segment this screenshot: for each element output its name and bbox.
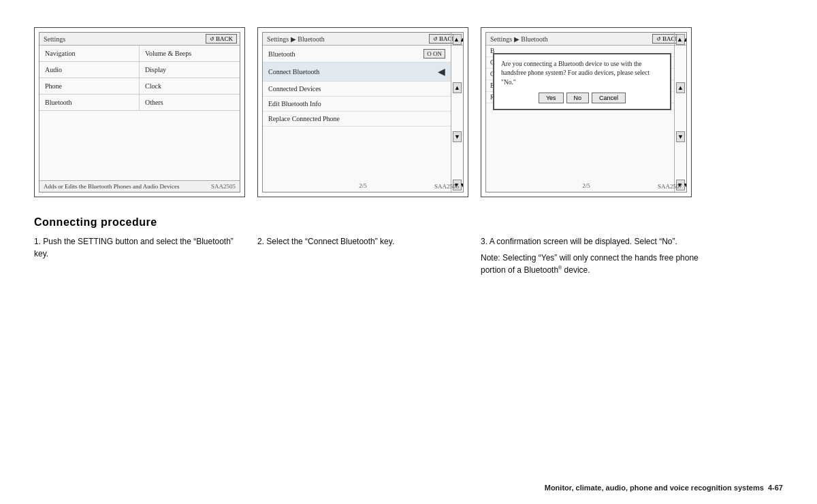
footer-page: 4-67 <box>768 484 783 492</box>
bt-item-connect[interactable]: Connect Bluetooth ◀ <box>263 63 451 82</box>
on-badge: O ON <box>423 49 445 58</box>
bt-item-bluetooth[interactable]: Bluetooth O ON <box>263 46 451 63</box>
step3-text: A confirmation screen will be displayed.… <box>490 237 677 246</box>
footer-text: Monitor, climate, audio, phone and voice… <box>545 484 764 492</box>
step3-num: 3. <box>481 237 487 246</box>
screen3-scroll-down-btn[interactable]: ▼ <box>676 131 685 142</box>
screen3-code: SAA2507 <box>658 183 682 190</box>
screen3-back-arrow-icon: ↺ <box>656 36 661 42</box>
bt-list: Bluetooth O ON Connect Bluetooth ◀ Conne… <box>263 46 451 127</box>
screen2-inner: Settings ▶ Bluetooth ↺ BACK Bluetooth O … <box>262 32 464 192</box>
cell-navigation[interactable]: Navigation <box>39 46 140 62</box>
step3: 3. A confirmation screen will be display… <box>481 235 722 248</box>
bt-item-replace-phone[interactable]: Replace Connected Phone <box>263 112 451 127</box>
screen1-back-btn[interactable]: ↺ BACK <box>206 34 237 44</box>
cell-audio[interactable]: Audio <box>39 62 140 78</box>
step2: 2. Select the “Connect Bluetooth” key. <box>257 235 468 248</box>
screen3-inner: Settings ▶ Bluetooth ↺ BACK B C C E R <box>485 32 687 192</box>
screen2-back-arrow-icon: ↺ <box>433 36 438 42</box>
bt-item-edit-info-label: Edit Bluetooth Info <box>268 100 321 107</box>
screen3-scroll-top-btn[interactable]: ▲▲ <box>676 34 685 45</box>
dialog-cancel-btn[interactable]: Cancel <box>592 93 626 103</box>
screen3-path: Settings ▶ Bluetooth <box>490 35 548 43</box>
note-text: Note: Selecting “Yes” will only connect … <box>481 252 722 276</box>
settings-grid: Navigation Volume & Beeps Audio Display … <box>39 46 240 111</box>
note-label: Note: <box>481 253 500 263</box>
screen1-back-label: BACK <box>216 35 233 42</box>
dialog-buttons: Yes No Cancel <box>501 93 663 103</box>
page-footer: Monitor, climate, audio, phone and voice… <box>545 484 783 492</box>
screen2-list-area: Bluetooth O ON Connect Bluetooth ◀ Conne… <box>263 46 451 127</box>
step2-num: 2. <box>257 237 264 246</box>
note-end: device. <box>562 265 590 275</box>
bt-item-edit-info[interactable]: Edit Bluetooth Info <box>263 97 451 112</box>
bt-item-bluetooth-label: Bluetooth <box>268 50 295 58</box>
cell-others[interactable]: Others <box>140 95 240 111</box>
screen1-wrapper: Settings ↺ BACK Navigation Volume & Beep… <box>34 27 245 197</box>
screens-row: Settings ↺ BACK Navigation Volume & Beep… <box>34 27 783 197</box>
scroll-top-btn[interactable]: ▲▲ <box>453 34 462 45</box>
screen1-header: Settings ↺ BACK <box>39 33 240 46</box>
screen3-scroll-up-btn[interactable]: ▲ <box>676 82 685 93</box>
screen3-page-num: 2/5 <box>582 182 590 189</box>
bt-item-replace-phone-label: Replace Connected Phone <box>268 115 340 122</box>
cell-phone[interactable]: Phone <box>39 78 140 95</box>
screen2-code: SAA2506 <box>434 183 459 190</box>
screen1-code: SAA2505 <box>211 183 236 190</box>
step1-text: Push the SETTING button and select the “… <box>34 237 234 258</box>
screen3-wrapper: Settings ▶ Bluetooth ↺ BACK B C C E R <box>481 27 692 197</box>
screen2-page-num: 2/5 <box>359 182 367 189</box>
scroll-up-btn[interactable]: ▲ <box>453 82 462 93</box>
cell-display[interactable]: Display <box>140 62 240 78</box>
screen3-header: Settings ▶ Bluetooth ↺ BACK <box>486 33 686 46</box>
section-title: Connecting procedure <box>34 216 245 229</box>
text-section: Connecting procedure 1. Push the SETTING… <box>34 216 783 276</box>
screen3-scroll-controls: ▲▲ ▲ ▼ ▼▼ <box>674 33 686 192</box>
screen2-path: Settings ▶ Bluetooth <box>267 35 325 43</box>
screen2-header: Settings ▶ Bluetooth ↺ BACK <box>263 33 463 46</box>
bt-item-connected-devices-label: Connected Devices <box>268 85 321 93</box>
confirmation-dialog: Are you connecting a Bluetooth device to… <box>493 53 671 110</box>
cell-bluetooth[interactable]: Bluetooth <box>39 95 140 111</box>
col2: 2. Select the “Connect Bluetooth” key. <box>257 216 468 276</box>
col3: 3. A confirmation screen will be display… <box>481 216 722 276</box>
screen1-back-arrow-icon: ↺ <box>210 36 214 42</box>
screen1-footer: Adds or Edits the Bluetooth Phones and A… <box>39 180 240 192</box>
screen1-footer-text: Adds or Edits the Bluetooth Phones and A… <box>44 183 179 190</box>
dialog-yes-btn[interactable]: Yes <box>539 93 564 103</box>
dialog-text: Are you connecting a Bluetooth device to… <box>501 60 663 87</box>
step1-num: 1. <box>34 237 41 246</box>
bt-item-connected-devices[interactable]: Connected Devices <box>263 82 451 97</box>
step2-text: Select the “Connect Bluetooth” key. <box>266 237 394 246</box>
step1: 1. Push the SETTING button and select th… <box>34 235 245 260</box>
cell-volume[interactable]: Volume & Beeps <box>140 46 240 62</box>
bt-item-connect-label: Connect Bluetooth <box>268 68 319 75</box>
cell-clock[interactable]: Clock <box>140 78 240 95</box>
screen1-inner: Settings ↺ BACK Navigation Volume & Beep… <box>39 32 240 192</box>
screen1-path: Settings <box>44 35 65 43</box>
dialog-no-btn[interactable]: No <box>566 93 590 103</box>
scroll-down-btn[interactable]: ▼ <box>453 131 462 142</box>
connect-arrow-icon: ◀ <box>438 66 445 78</box>
screen2-scroll-controls: ▲▲ ▲ ▼ ▼▼ <box>451 33 463 192</box>
screen2-wrapper: Settings ▶ Bluetooth ↺ BACK Bluetooth O … <box>257 27 468 197</box>
page-content: Settings ↺ BACK Navigation Volume & Beep… <box>0 0 817 297</box>
col1: Connecting procedure 1. Push the SETTING… <box>34 216 245 276</box>
